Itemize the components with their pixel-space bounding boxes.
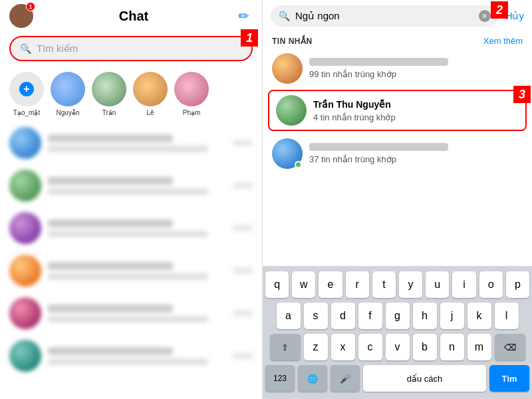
chat-name-2 [48, 177, 173, 185]
chat-name-6 [48, 347, 173, 355]
result-item-2[interactable]: Trần Thu Nguyễn 4 tin nhắn trùng khớp 3 [268, 90, 527, 131]
chat-preview-5 [48, 316, 208, 323]
notification-badge: 1 [26, 2, 35, 11]
chat-preview-2 [48, 188, 208, 195]
compose-icon[interactable]: ✏ [234, 7, 253, 25]
chat-preview-6 [48, 358, 208, 365]
key-y[interactable]: y [399, 271, 422, 298]
key-o[interactable]: o [479, 271, 503, 298]
search-bar[interactable]: 🔍 Tìm kiếm [9, 36, 253, 61]
chat-info-5 [48, 305, 226, 323]
story-3[interactable]: Lê [133, 72, 168, 116]
key-f[interactable]: f [358, 303, 382, 329]
chat-info-3 [48, 219, 226, 237]
right-search-bar[interactable]: 🔍 ✕ [271, 5, 499, 27]
key-v[interactable]: v [386, 334, 410, 360]
story-avatar-4 [174, 72, 209, 106]
shift-key[interactable]: ⇧ [270, 334, 301, 360]
key-i[interactable]: i [452, 271, 475, 298]
chat-avatar-5 [9, 297, 41, 329]
chat-item-4[interactable] [0, 249, 262, 292]
key-t[interactable]: t [372, 271, 396, 298]
keyboard-bottom-row: 123 🌐 🎤 dấu cách Tìm [265, 365, 529, 392]
key-k[interactable]: k [467, 303, 491, 329]
chat-time-4 [233, 267, 253, 274]
result-avatar-wrapper-3 [272, 138, 303, 169]
key-w[interactable]: w [292, 271, 315, 298]
see-more-button[interactable]: Xem thêm [483, 36, 523, 46]
key-u[interactable]: u [426, 271, 449, 298]
chat-item-5[interactable] [0, 292, 262, 334]
keyboard-row-2: a s d f g h j k l [265, 303, 529, 329]
microphone-icon[interactable]: 🎤 [331, 365, 360, 392]
chat-time-5 [233, 310, 253, 317]
section-header: TIN NHẮN Xem thêm [263, 32, 532, 49]
chat-item-6[interactable] [0, 334, 262, 377]
user-avatar[interactable]: 1 [9, 4, 33, 28]
chat-time-3 [233, 225, 253, 231]
result-matches-1: 99 tin nhắn trùng khớp [309, 69, 523, 79]
result-name-2: Trần Thu Nguyễn [313, 99, 519, 110]
key-j[interactable]: j [440, 303, 464, 329]
story-2[interactable]: Trần [92, 72, 126, 116]
chat-time-2 [233, 182, 253, 189]
key-b[interactable]: b [413, 334, 437, 360]
key-x[interactable]: x [331, 334, 355, 360]
key-g[interactable]: g [386, 303, 410, 329]
key-q[interactable]: q [265, 271, 289, 298]
chat-name-3 [48, 219, 173, 227]
key-l[interactable]: l [495, 303, 519, 329]
story-label-1: Nguyễn [57, 109, 80, 116]
result-name-1 [309, 58, 448, 66]
chat-preview-3 [48, 231, 208, 237]
key-s[interactable]: s [304, 303, 328, 329]
chat-preview-4 [48, 273, 208, 280]
key-e[interactable]: e [319, 271, 342, 298]
space-key[interactable]: dấu cách [363, 365, 486, 392]
chat-item-2[interactable] [0, 164, 262, 207]
chat-time-6 [233, 352, 253, 359]
story-label-4: Phạm [183, 109, 201, 116]
key-a[interactable]: a [277, 303, 301, 329]
clear-icon[interactable]: ✕ [479, 10, 491, 22]
story-avatar-3 [133, 72, 168, 106]
search-icon: 🔍 [20, 43, 31, 54]
search-input[interactable] [295, 11, 473, 22]
globe-icon[interactable]: 🌐 [298, 365, 327, 392]
keyboard: q w e r t y u i o p a s d f g h j k l ⇧ … [263, 266, 532, 399]
result-matches-3: 37 tin nhắn trùng khớp [309, 154, 523, 164]
key-r[interactable]: r [346, 271, 369, 298]
key-n[interactable]: n [440, 334, 464, 360]
result-name-3 [309, 143, 448, 151]
right-header: 🔍 ✕ Hủy 2 [263, 0, 532, 32]
story-4[interactable]: Phạm [174, 72, 209, 116]
backspace-key[interactable]: ⌫ [495, 334, 525, 360]
key-h[interactable]: h [413, 303, 437, 329]
story-avatar-2 [92, 72, 126, 106]
left-panel: 1 Chat ✏ 🔍 Tìm kiếm 1 + Tạo_mặt Nguyễn T… [0, 0, 263, 399]
key-z[interactable]: z [304, 334, 328, 360]
chat-item-1[interactable] [0, 122, 262, 164]
key-d[interactable]: d [331, 303, 355, 329]
result-item-3[interactable]: 37 tin nhắn trùng khớp [263, 134, 532, 174]
send-button[interactable]: Tìm [489, 365, 529, 392]
story-1[interactable]: Nguyễn [51, 72, 85, 116]
chat-avatar-1 [9, 127, 41, 159]
result-avatar-2 [276, 95, 307, 126]
key-p[interactable]: p [506, 271, 529, 298]
key-m[interactable]: m [467, 334, 491, 360]
result-info-3: 37 tin nhắn trùng khớp [309, 143, 523, 164]
results-area: TIN NHẮN Xem thêm 99 tin nhắn trùng khớp… [263, 32, 532, 266]
chat-time-1 [233, 140, 253, 146]
search-placeholder: Tìm kiếm [37, 43, 78, 55]
chat-avatar-4 [9, 255, 41, 287]
key-c[interactable]: c [358, 334, 382, 360]
online-dot-3 [295, 161, 302, 168]
story-create[interactable]: + Tạo_mặt [9, 72, 44, 116]
stories-row: + Tạo_mặt Nguyễn Trần Lê Phạm [0, 66, 262, 122]
chat-item-3[interactable] [0, 207, 262, 249]
annotation-2: 2 [491, 1, 508, 19]
result-item-1[interactable]: 99 tin nhắn trùng khớp [263, 49, 532, 88]
number-key[interactable]: 123 [265, 365, 295, 392]
create-story-avatar: + [9, 72, 44, 106]
